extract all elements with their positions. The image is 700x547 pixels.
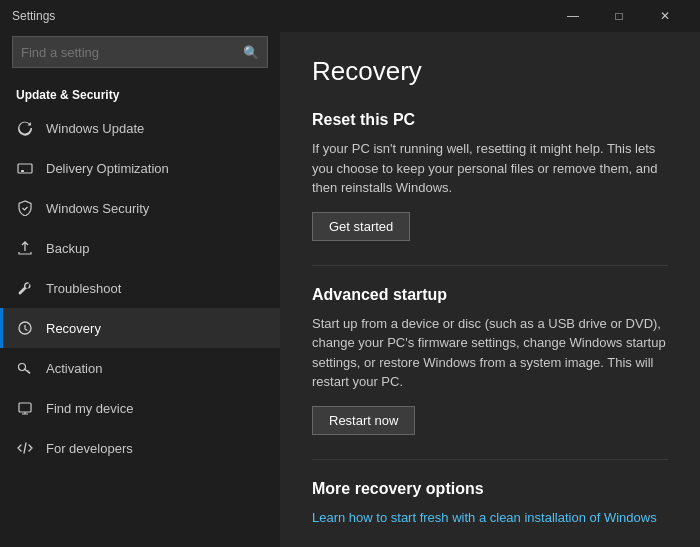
wrench-icon bbox=[16, 279, 34, 297]
divider-2 bbox=[312, 459, 668, 460]
sidebar-item-find-my-device[interactable]: Find my device bbox=[0, 388, 280, 428]
maximize-button[interactable]: □ bbox=[596, 0, 642, 32]
sidebar-item-label: Troubleshoot bbox=[46, 281, 121, 296]
sidebar: 🔍 Update & Security Windows Update Deliv… bbox=[0, 32, 280, 547]
close-button[interactable]: ✕ bbox=[642, 0, 688, 32]
device-icon bbox=[16, 399, 34, 417]
upload-icon bbox=[16, 239, 34, 257]
key-icon bbox=[16, 359, 34, 377]
refresh-icon bbox=[16, 119, 34, 137]
sidebar-item-windows-update[interactable]: Windows Update bbox=[0, 108, 280, 148]
sidebar-item-label: Windows Update bbox=[46, 121, 144, 136]
sidebar-item-for-developers[interactable]: For developers bbox=[0, 428, 280, 468]
delivery-icon bbox=[16, 159, 34, 177]
sidebar-item-label: For developers bbox=[46, 441, 133, 456]
sidebar-item-label: Activation bbox=[46, 361, 102, 376]
reset-section: Reset this PC If your PC isn't running w… bbox=[312, 111, 668, 265]
minimize-button[interactable]: — bbox=[550, 0, 596, 32]
app-body: 🔍 Update & Security Windows Update Deliv… bbox=[0, 32, 700, 547]
get-started-button[interactable]: Get started bbox=[312, 212, 410, 241]
advanced-startup-title: Advanced startup bbox=[312, 286, 668, 304]
section-label: Update & Security bbox=[0, 80, 280, 108]
advanced-startup-desc: Start up from a device or disc (such as … bbox=[312, 314, 668, 392]
recovery-icon bbox=[16, 319, 34, 337]
window-controls: — □ ✕ bbox=[550, 0, 688, 32]
search-box[interactable]: 🔍 bbox=[12, 36, 268, 68]
more-options-section: More recovery options Learn how to start… bbox=[312, 480, 668, 525]
sidebar-item-delivery-optimization[interactable]: Delivery Optimization bbox=[0, 148, 280, 188]
sidebar-item-label: Delivery Optimization bbox=[46, 161, 169, 176]
dev-icon bbox=[16, 439, 34, 457]
sidebar-item-recovery[interactable]: Recovery bbox=[0, 308, 280, 348]
sidebar-item-label: Backup bbox=[46, 241, 89, 256]
restart-now-button[interactable]: Restart now bbox=[312, 406, 415, 435]
clean-install-link[interactable]: Learn how to start fresh with a clean in… bbox=[312, 510, 668, 525]
sidebar-item-backup[interactable]: Backup bbox=[0, 228, 280, 268]
sidebar-item-activation[interactable]: Activation bbox=[0, 348, 280, 388]
more-options-title: More recovery options bbox=[312, 480, 668, 498]
title-bar: Settings — □ ✕ bbox=[0, 0, 700, 32]
sidebar-item-windows-security[interactable]: Windows Security bbox=[0, 188, 280, 228]
advanced-startup-section: Advanced startup Start up from a device … bbox=[312, 286, 668, 459]
divider-1 bbox=[312, 265, 668, 266]
app-title: Settings bbox=[12, 9, 55, 23]
sidebar-item-label: Find my device bbox=[46, 401, 133, 416]
search-icon: 🔍 bbox=[243, 45, 259, 60]
sidebar-item-troubleshoot[interactable]: Troubleshoot bbox=[0, 268, 280, 308]
shield-icon bbox=[16, 199, 34, 217]
content-area: Recovery Reset this PC If your PC isn't … bbox=[280, 32, 700, 547]
svg-rect-0 bbox=[18, 164, 32, 173]
page-title: Recovery bbox=[312, 56, 668, 87]
svg-rect-1 bbox=[21, 170, 24, 172]
search-input[interactable] bbox=[21, 45, 243, 60]
sidebar-item-label: Windows Security bbox=[46, 201, 149, 216]
sidebar-item-label: Recovery bbox=[46, 321, 101, 336]
reset-section-desc: If your PC isn't running well, resetting… bbox=[312, 139, 668, 198]
reset-section-title: Reset this PC bbox=[312, 111, 668, 129]
svg-rect-4 bbox=[19, 403, 31, 412]
